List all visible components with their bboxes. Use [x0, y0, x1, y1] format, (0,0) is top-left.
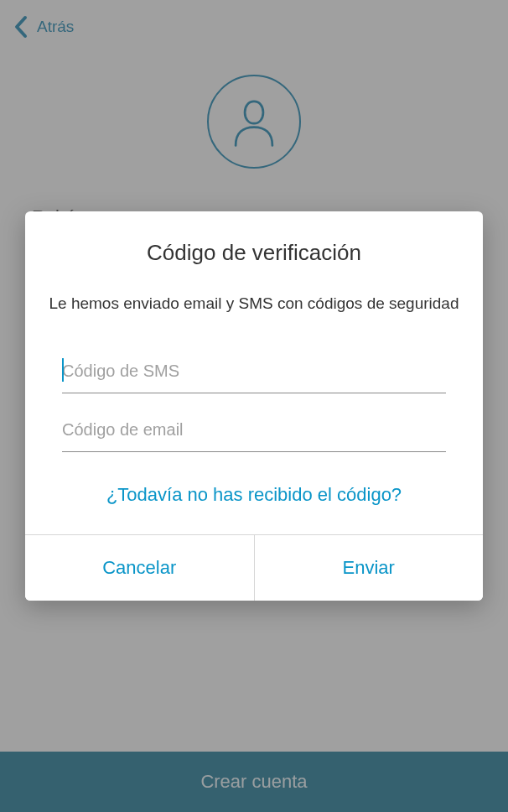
dialog-body	[25, 326, 483, 461]
cancel-button[interactable]: Cancelar	[25, 535, 255, 601]
text-caret-icon	[62, 358, 64, 382]
sms-code-input[interactable]	[62, 353, 446, 393]
email-code-input[interactable]	[62, 412, 446, 452]
email-code-field	[62, 412, 446, 452]
dialog-actions: Cancelar Enviar	[25, 534, 483, 601]
send-button[interactable]: Enviar	[255, 535, 484, 601]
modal-overlay: Código de verificación Le hemos enviado …	[0, 0, 508, 812]
sms-code-field	[62, 353, 446, 393]
dialog-description: Le hemos enviado email y SMS con códigos…	[25, 283, 483, 326]
dialog-title: Código de verificación	[25, 211, 483, 283]
verification-dialog: Código de verificación Le hemos enviado …	[25, 211, 483, 601]
resend-code-link[interactable]: ¿Todavía no has recibido el código?	[25, 461, 483, 534]
